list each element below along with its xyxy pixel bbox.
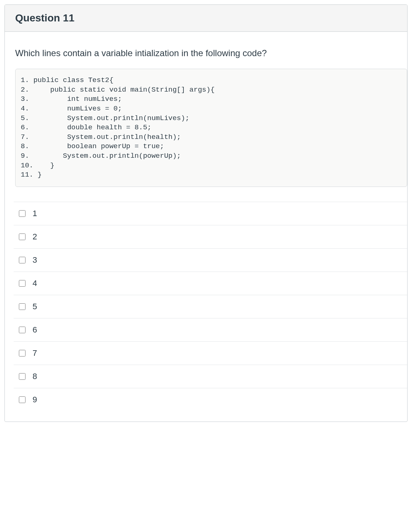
option-label: 9 [33,395,37,405]
question-prompt: Which lines contain a variable intializa… [15,48,407,58]
option-label: 3 [33,255,37,265]
option-row-8[interactable]: 8 [14,365,407,388]
option-checkbox-1[interactable] [19,210,26,217]
question-title: Question 11 [15,12,397,24]
option-label: 4 [33,279,37,288]
option-row-4[interactable]: 4 [14,272,407,295]
option-row-3[interactable]: 3 [14,248,407,272]
option-row-5[interactable]: 5 [14,295,407,318]
option-label: 5 [33,302,37,311]
option-row-2[interactable]: 2 [14,225,407,248]
question-body: Which lines contain a variable intializa… [5,32,407,422]
option-label: 8 [33,372,37,381]
option-row-1[interactable]: 1 [14,202,407,225]
code-block: 1. public class Test2{ 2. public static … [15,69,407,187]
question-header: Question 11 [5,5,407,32]
option-label: 1 [33,209,37,218]
option-checkbox-9[interactable] [19,396,26,403]
option-checkbox-7[interactable] [19,350,26,357]
option-checkbox-3[interactable] [19,257,26,263]
option-row-9[interactable]: 9 [14,388,407,411]
option-checkbox-2[interactable] [19,233,26,240]
question-card: Question 11 Which lines contain a variab… [4,4,408,422]
option-checkbox-6[interactable] [19,327,26,333]
option-checkbox-5[interactable] [19,303,26,310]
option-checkbox-4[interactable] [19,280,26,287]
option-row-7[interactable]: 7 [14,341,407,365]
option-label: 2 [33,232,37,242]
option-checkbox-8[interactable] [19,373,26,380]
option-row-6[interactable]: 6 [14,318,407,341]
option-label: 7 [33,348,37,358]
option-label: 6 [33,325,37,335]
answer-options: 123456789 [14,202,407,411]
